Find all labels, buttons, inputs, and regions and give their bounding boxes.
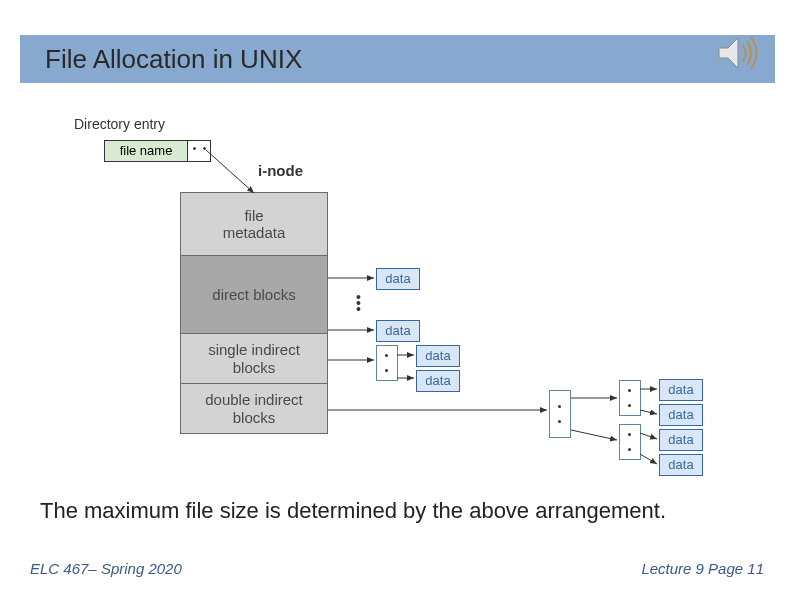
title-bar: File Allocation in UNIX bbox=[20, 35, 775, 83]
audio-speaker-icon bbox=[714, 28, 764, 78]
file-name-box: file name bbox=[104, 140, 188, 162]
inode-direct-section: direct blocks bbox=[180, 256, 328, 334]
footer-left: ELC 467– Spring 2020 bbox=[30, 560, 182, 577]
inode-double-l1: double indirect bbox=[181, 391, 327, 408]
slide-title: File Allocation in UNIX bbox=[20, 44, 302, 75]
data-block: data bbox=[416, 370, 460, 392]
svg-line-11 bbox=[640, 410, 657, 414]
vertical-dots: ••• bbox=[356, 294, 361, 312]
indirect-pointer-block bbox=[376, 345, 398, 381]
footer-right: Lecture 9 Page 11 bbox=[641, 560, 764, 577]
directory-entry-label: Directory entry bbox=[74, 116, 165, 132]
inode-single-l2: blocks bbox=[181, 359, 327, 376]
inode-metadata-l1: file bbox=[181, 207, 327, 224]
inode-double-indirect-section: double indirect blocks bbox=[180, 384, 328, 434]
data-block: data bbox=[659, 404, 703, 426]
inode-structure: file metadata direct blocks single indir… bbox=[180, 192, 328, 434]
svg-line-13 bbox=[640, 454, 657, 464]
inode-double-l2: blocks bbox=[181, 409, 327, 426]
data-block: data bbox=[659, 454, 703, 476]
data-block: data bbox=[376, 320, 420, 342]
data-block: data bbox=[659, 379, 703, 401]
indirect-pointer-block bbox=[619, 424, 641, 460]
inode-metadata-section: file metadata bbox=[180, 192, 328, 256]
svg-line-9 bbox=[571, 430, 617, 440]
dir-entry-pointer bbox=[187, 140, 211, 162]
data-block: data bbox=[376, 268, 420, 290]
data-block: data bbox=[659, 429, 703, 451]
inode-metadata-l2: metadata bbox=[181, 224, 327, 241]
pointer-dot bbox=[203, 147, 206, 150]
svg-marker-0 bbox=[719, 38, 738, 68]
inode-direct-label: direct blocks bbox=[181, 286, 327, 303]
svg-line-1 bbox=[206, 150, 254, 193]
pointer-dot bbox=[193, 147, 196, 150]
data-block: data bbox=[416, 345, 460, 367]
inode-single-l1: single indirect bbox=[181, 341, 327, 358]
indirect-pointer-block bbox=[619, 380, 641, 416]
svg-line-12 bbox=[640, 433, 657, 439]
inode-label: i-node bbox=[258, 162, 303, 179]
inode-single-indirect-section: single indirect blocks bbox=[180, 334, 328, 384]
indirect-pointer-block bbox=[549, 390, 571, 438]
body-text: The maximum file size is determined by t… bbox=[40, 498, 666, 524]
